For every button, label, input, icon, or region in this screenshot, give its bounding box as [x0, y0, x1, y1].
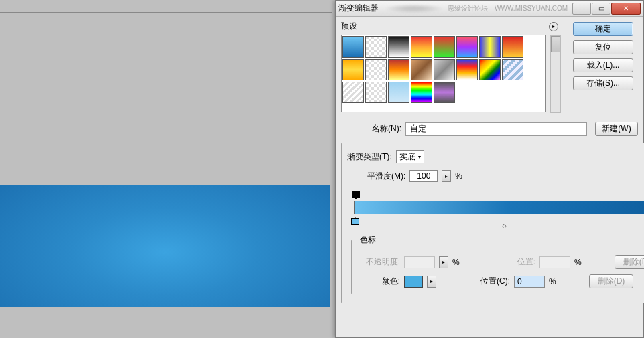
preset-swatch[interactable] — [365, 36, 387, 58]
preset-swatch[interactable] — [479, 36, 501, 58]
smooth-stepper[interactable]: ▸ — [442, 170, 451, 182]
preset-swatch[interactable] — [479, 59, 501, 80]
position-input — [539, 256, 570, 268]
scrollbar-thumb[interactable] — [551, 36, 560, 52]
name-input[interactable] — [405, 122, 587, 136]
reset-button[interactable]: 复位 — [573, 40, 633, 54]
percent-label: % — [455, 171, 464, 181]
preset-swatch[interactable] — [411, 59, 432, 80]
preset-swatch[interactable] — [342, 82, 364, 103]
preset-swatch[interactable] — [388, 59, 409, 80]
preset-swatch[interactable] — [388, 82, 409, 103]
preset-swatch[interactable] — [411, 82, 432, 103]
type-select[interactable]: 实底 ▾ — [396, 150, 424, 163]
color-stop-left[interactable] — [351, 214, 359, 224]
new-button[interactable]: 新建(W) — [595, 122, 638, 136]
opacity-label: 不透明度: — [357, 256, 400, 268]
preset-swatch[interactable] — [434, 59, 455, 80]
percent-label: % — [574, 258, 584, 267]
preset-swatch[interactable] — [456, 59, 478, 80]
gradient-track[interactable]: ◇ — [354, 191, 644, 222]
presets-menu-icon[interactable]: ▸ — [549, 22, 558, 31]
presets-label: 预设 — [341, 21, 357, 32]
close-button[interactable]: ✕ — [611, 3, 641, 15]
title-smudge — [384, 4, 444, 13]
save-button[interactable]: 存储(S)... — [573, 76, 633, 90]
gradient-bar[interactable] — [354, 201, 644, 214]
chevron-down-icon: ▾ — [418, 154, 421, 160]
position2-input[interactable] — [514, 276, 545, 288]
percent-label: % — [549, 277, 558, 286]
gradient-editor-dialog: 渐变编辑器 思缘设计论坛—WWW.MISSYUAN.COM — ▭ ✕ 预设 ▸ — [335, 0, 644, 338]
watermark: 思缘设计论坛—WWW.MISSYUAN.COM — [444, 4, 572, 13]
position-label: 位置: — [493, 256, 535, 268]
minimize-button[interactable]: — — [572, 3, 591, 15]
delete-color-button: 删除(D) — [589, 274, 633, 288]
dialog-title: 渐变编辑器 — [338, 3, 384, 14]
position2-label: 位置(C): — [467, 276, 510, 287]
opacity-stop-left[interactable] — [351, 191, 359, 199]
stops-group: 色标 不透明度: ▸ % 位置: % 删除(D) — [351, 234, 644, 294]
color-label: 颜色: — [357, 276, 400, 287]
preset-swatch[interactable] — [388, 36, 409, 58]
smooth-input[interactable] — [409, 170, 438, 182]
preset-swatch[interactable] — [502, 36, 523, 58]
load-button[interactable]: 载入(L)... — [573, 58, 633, 72]
presets-scrollbar[interactable] — [550, 35, 561, 113]
preset-swatch[interactable] — [342, 59, 364, 80]
type-value: 实底 — [399, 151, 415, 163]
preset-swatch[interactable] — [502, 59, 523, 80]
color-picker-arrow[interactable]: ▸ — [427, 276, 436, 288]
preset-swatch[interactable] — [411, 36, 432, 58]
preset-swatch[interactable] — [456, 36, 478, 58]
type-label: 渐变类型(T): — [347, 151, 392, 163]
name-label: 名称(N): — [341, 123, 401, 135]
titlebar[interactable]: 渐变编辑器 思缘设计论坛—WWW.MISSYUAN.COM — ▭ ✕ — [336, 1, 643, 17]
gradient-settings: 渐变类型(T): 实底 ▾ 平滑度(M): ▸ % ◇ — [341, 143, 644, 303]
preset-swatch[interactable] — [342, 36, 364, 58]
preset-swatch[interactable] — [365, 82, 387, 103]
ok-button[interactable]: 确定 — [573, 22, 633, 36]
preset-swatch[interactable] — [434, 82, 455, 103]
stops-label: 色标 — [357, 234, 379, 246]
color-swatch[interactable] — [404, 276, 423, 288]
preset-swatch[interactable] — [365, 59, 387, 80]
canvas-preview — [0, 185, 330, 307]
percent-label: % — [452, 258, 462, 267]
maximize-button[interactable]: ▭ — [592, 3, 610, 15]
workspace — [0, 12, 332, 338]
preset-swatch[interactable] — [434, 36, 455, 58]
opacity-stepper: ▸ — [439, 256, 448, 268]
midpoint-icon[interactable]: ◇ — [502, 222, 507, 229]
opacity-input — [404, 256, 435, 268]
delete-opacity-button: 删除(D) — [615, 255, 644, 269]
smooth-label: 平滑度(M): — [367, 171, 405, 182]
preset-grid[interactable] — [341, 35, 546, 112]
